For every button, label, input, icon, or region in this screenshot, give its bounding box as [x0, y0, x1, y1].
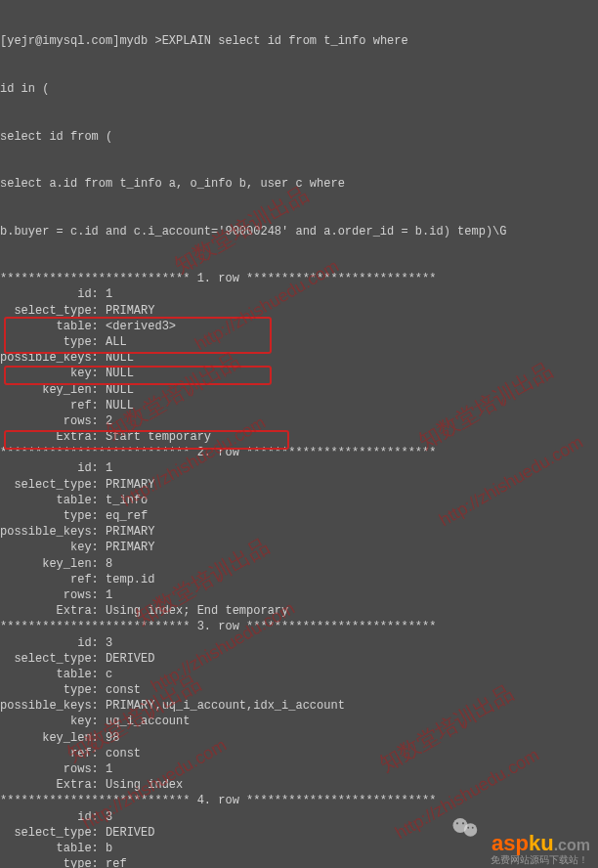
field-row: possible_keys: PRIMARY — [0, 524, 598, 540]
site-tagline: 免费网站源码下载站！ — [491, 853, 588, 867]
shell-prompt: [yejr@imysql.com]mydb > — [0, 34, 162, 48]
field-value: ALL — [99, 335, 127, 349]
field-row: rows: 1 — [0, 587, 598, 603]
field-value: 3 — [99, 810, 112, 824]
field-row: key_len: NULL — [0, 382, 598, 398]
field-row: key_len: 8 — [0, 556, 598, 572]
field-label: possible_keys: — [0, 699, 99, 713]
field-row: possible_keys: PRIMARY,uq_i_account,idx_… — [0, 698, 598, 714]
query-text-0: EXPLAIN select id from t_info where — [162, 34, 408, 48]
field-label: key: — [0, 367, 99, 380]
field-value: 1 — [99, 762, 112, 776]
query-line-3: select a.id from t_info a, o_info b, use… — [0, 176, 598, 192]
field-label: type: — [0, 509, 99, 523]
field-value: 98 — [99, 731, 120, 745]
svg-point-3 — [462, 822, 464, 824]
field-label: ref: — [0, 747, 99, 760]
field-row: select_type: DERIVED — [0, 651, 598, 667]
field-label: type: — [0, 335, 99, 349]
svg-point-4 — [467, 827, 469, 829]
field-row: ref: temp.id — [0, 572, 598, 587]
field-label: ref: — [0, 573, 99, 586]
field-label: select_type: — [0, 478, 99, 492]
field-value: PRIMARY,uq_i_account,idx_i_account — [99, 699, 345, 713]
field-label: rows: — [0, 588, 99, 602]
field-value: PRIMARY — [99, 478, 155, 492]
field-label: table: — [0, 494, 99, 507]
field-row: id: 3 — [0, 809, 598, 825]
field-label: rows: — [0, 414, 99, 428]
field-row: select_type: PRIMARY — [0, 303, 598, 319]
field-row: key_len: 98 — [0, 730, 598, 746]
field-value: PRIMARY — [99, 304, 155, 318]
field-label: id: — [0, 636, 99, 650]
query-line-4: b.buyer = c.id and c.i_account='90000248… — [0, 224, 598, 239]
field-value: PRIMARY — [99, 525, 155, 539]
field-value: Using index; End temporary — [99, 604, 288, 618]
field-label: key_len: — [0, 731, 99, 745]
field-row: rows: 1 — [0, 761, 598, 777]
field-label: table: — [0, 668, 99, 681]
field-label: select_type: — [0, 304, 99, 318]
field-label: key: — [0, 715, 99, 728]
field-row: type: ALL — [0, 334, 598, 350]
field-label: id: — [0, 461, 99, 475]
field-value: 1 — [99, 461, 112, 475]
field-label: key: — [0, 541, 99, 554]
field-label: possible_keys: — [0, 525, 99, 539]
field-value: PRIMARY — [99, 541, 155, 554]
field-row: rows: 2 — [0, 413, 598, 429]
field-value: eq_ref — [99, 509, 148, 523]
field-row: type: eq_ref — [0, 508, 598, 524]
field-value: <derived3> — [99, 320, 176, 333]
field-label: select_type: — [0, 652, 99, 666]
field-value: Using index — [99, 778, 183, 792]
field-label: Extra: — [0, 430, 99, 444]
field-label: Extra: — [0, 778, 99, 792]
field-label: possible_keys: — [0, 351, 99, 365]
field-row: table: t_info — [0, 493, 598, 508]
field-row: key: NULL — [0, 366, 598, 381]
field-label: rows: — [0, 762, 99, 776]
field-value: temp.id — [99, 573, 155, 586]
row-separator: *************************** 1. row *****… — [0, 271, 598, 286]
field-value: NULL — [99, 399, 134, 412]
field-value: DERIVED — [99, 826, 155, 840]
field-value: NULL — [99, 351, 134, 365]
field-row: Extra: Start temporary — [0, 429, 598, 445]
field-value: 8 — [99, 557, 112, 571]
field-value: 1 — [99, 287, 112, 301]
field-value: ref — [99, 857, 127, 868]
field-row: Extra: Using index — [0, 777, 598, 793]
field-value: 1 — [99, 588, 112, 602]
field-value: 2 — [99, 414, 112, 428]
field-value: NULL — [99, 367, 134, 380]
field-value: const — [99, 747, 141, 760]
field-label: key_len: — [0, 383, 99, 397]
field-value: const — [99, 683, 141, 697]
field-label: key_len: — [0, 557, 99, 571]
field-value: b — [99, 842, 112, 855]
field-label: table: — [0, 842, 99, 855]
terminal-output: [yejr@imysql.com]mydb >EXPLAIN select id… — [0, 0, 598, 868]
field-row: select_type: PRIMARY — [0, 477, 598, 493]
prompt-line: [yejr@imysql.com]mydb >EXPLAIN select id… — [0, 33, 598, 49]
field-row: table: c — [0, 667, 598, 682]
explain-rows: *************************** 1. row *****… — [0, 271, 598, 868]
wechat-icon — [451, 815, 481, 839]
field-row: Extra: Using index; End temporary — [0, 603, 598, 619]
field-value: DERIVED — [99, 652, 155, 666]
field-value: 3 — [99, 636, 112, 650]
field-row: type: const — [0, 682, 598, 698]
field-label: type: — [0, 683, 99, 697]
field-value: NULL — [99, 383, 134, 397]
field-row: ref: const — [0, 746, 598, 761]
field-row: key: uq_i_account — [0, 714, 598, 729]
field-label: type: — [0, 857, 99, 868]
row-separator: *************************** 2. row *****… — [0, 445, 598, 460]
field-row: id: 3 — [0, 635, 598, 651]
field-label: select_type: — [0, 826, 99, 840]
field-label: id: — [0, 810, 99, 824]
row-separator: *************************** 4. row *****… — [0, 793, 598, 808]
query-line-2: select id from ( — [0, 129, 598, 145]
